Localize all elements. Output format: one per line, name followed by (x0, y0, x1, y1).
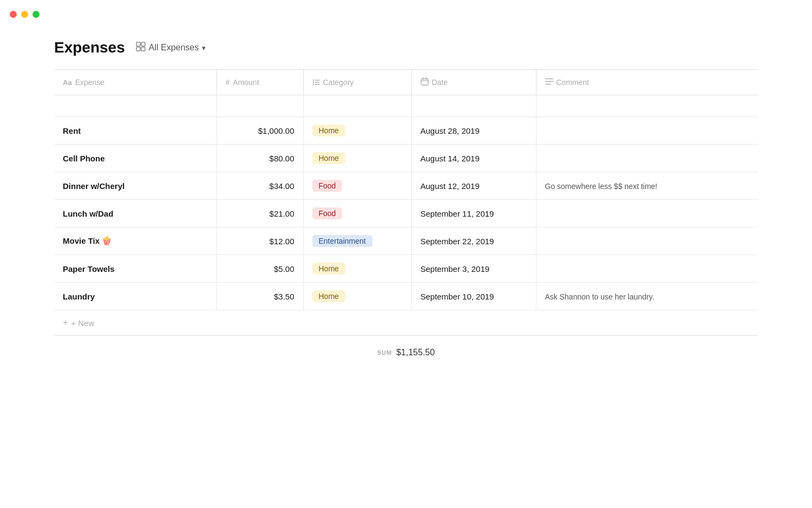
col-label-category: Category (323, 78, 354, 87)
col-label-date: Date (432, 78, 448, 87)
expense-name-1: Cell Phone (63, 154, 105, 163)
cell-comment-2[interactable]: Go somewhere less $$ next time! (536, 172, 758, 200)
table-row[interactable]: Laundry $3.50 Home September 10, 2019 As… (54, 283, 758, 310)
expense-name-6: Laundry (63, 292, 95, 301)
cell-category-3[interactable]: Food (303, 200, 411, 227)
col-header-comment[interactable]: Comment (536, 70, 758, 95)
cell-category-4[interactable]: Entertainment (303, 227, 411, 255)
cell-amount-4[interactable]: $12.00 (217, 227, 303, 255)
amount-value-1: $80.00 (226, 154, 294, 163)
table-row[interactable]: Movie Tix 🍿 $12.00 Entertainment Septemb… (54, 227, 758, 255)
col-label-expense: Expense (75, 78, 104, 87)
text-icon: Aa (63, 79, 72, 87)
cell-category-2[interactable]: Food (303, 172, 411, 200)
page-content: Expenses All Expenses ▾ Aa (0, 28, 812, 391)
cell-date-2[interactable]: August 12, 2019 (411, 172, 536, 200)
svg-point-8 (312, 83, 313, 84)
amount-value-0: $1,000.00 (226, 126, 294, 135)
cell-date-6[interactable]: September 10, 2019 (411, 283, 536, 310)
table-row[interactable]: Cell Phone $80.00 Home August 14, 2019 (54, 145, 758, 172)
cell-date-3[interactable]: September 11, 2019 (411, 200, 536, 227)
new-row-button[interactable]: + + New (63, 318, 749, 328)
hash-icon: # (226, 78, 230, 87)
cell-comment-0[interactable] (536, 117, 758, 145)
cell-expense-6[interactable]: Laundry (54, 283, 217, 310)
cell-date-1[interactable]: August 14, 2019 (411, 145, 536, 172)
list-icon-category (312, 78, 320, 87)
cell-expense-1[interactable]: Cell Phone (54, 145, 217, 172)
table-icon (136, 42, 146, 54)
col-label-amount: Amount (233, 78, 259, 87)
cell-amount-6[interactable]: $3.50 (217, 283, 303, 310)
category-badge-6[interactable]: Home (312, 290, 345, 302)
cell-category-1[interactable]: Home (303, 145, 411, 172)
cell-category-0[interactable]: Home (303, 117, 411, 145)
minimize-button[interactable] (21, 11, 28, 18)
cell-expense-5[interactable]: Paper Towels (54, 255, 217, 283)
svg-rect-10 (421, 79, 428, 86)
cell-amount-5[interactable]: $5.00 (217, 255, 303, 283)
cell-comment-3[interactable] (536, 200, 758, 227)
col-header-category[interactable]: Category (303, 70, 411, 95)
cell-category-6[interactable]: Home (303, 283, 411, 310)
comment-value-2: Go somewhere less $$ next time! (545, 182, 658, 191)
comment-value-6: Ask Shannon to use her laundry. (545, 292, 654, 301)
cell-comment-6[interactable]: Ask Shannon to use her laundry. (536, 283, 758, 310)
col-header-amount[interactable]: # Amount (217, 70, 303, 95)
amount-value-4: $12.00 (226, 237, 294, 246)
date-value-0: August 28, 2019 (421, 126, 480, 135)
amount-value-5: $5.00 (226, 264, 294, 273)
expenses-table: Aa Expense # Amount (54, 69, 758, 336)
cell-expense-4[interactable]: Movie Tix 🍿 (54, 227, 217, 255)
cell-date-5[interactable]: September 3, 2019 (411, 255, 536, 283)
sum-row: SUM $1,155.50 (54, 336, 758, 369)
cell-amount-1[interactable]: $80.00 (217, 145, 303, 172)
cell-comment-5[interactable] (536, 255, 758, 283)
cell-date-0[interactable]: August 28, 2019 (411, 117, 536, 145)
col-header-date[interactable]: Date (411, 70, 536, 95)
col-label-comment: Comment (556, 78, 590, 87)
table-row[interactable]: Paper Towels $5.00 Home September 3, 201… (54, 255, 758, 283)
date-value-5: September 3, 2019 (421, 264, 490, 273)
titlebar (0, 0, 812, 28)
table-row[interactable]: Rent $1,000.00 Home August 28, 2019 (54, 117, 758, 145)
cell-expense-0[interactable]: Rent (54, 117, 217, 145)
calendar-icon (421, 77, 429, 87)
cell-expense-2[interactable]: Dinner w/Cheryl (54, 172, 217, 200)
cell-amount-0[interactable]: $1,000.00 (217, 117, 303, 145)
cell-date-4[interactable]: September 22, 2019 (411, 227, 536, 255)
table-row[interactable]: Lunch w/Dad $21.00 Food September 11, 20… (54, 200, 758, 227)
svg-rect-3 (141, 47, 145, 51)
view-selector-button[interactable]: All Expenses ▾ (132, 40, 211, 56)
cell-amount-2[interactable]: $34.00 (217, 172, 303, 200)
table-row[interactable]: Dinner w/Cheryl $34.00 Food August 12, 2… (54, 172, 758, 200)
svg-rect-0 (136, 42, 140, 46)
empty-row (54, 95, 758, 117)
col-header-expense[interactable]: Aa Expense (54, 70, 217, 95)
cell-category-5[interactable]: Home (303, 255, 411, 283)
sum-label: SUM (377, 349, 392, 356)
expense-name-3: Lunch w/Dad (63, 209, 113, 218)
sum-value: $1,155.50 (396, 348, 435, 357)
maximize-button[interactable] (32, 11, 40, 18)
table-header-row: Aa Expense # Amount (54, 70, 758, 95)
category-badge-1[interactable]: Home (312, 152, 345, 164)
category-badge-0[interactable]: Home (312, 125, 345, 136)
amount-value-3: $21.00 (226, 209, 294, 218)
expense-name-5: Paper Towels (63, 264, 115, 273)
close-button[interactable] (10, 11, 17, 18)
page-title: Expenses (54, 39, 125, 56)
expense-name-2: Dinner w/Cheryl (63, 181, 125, 191)
category-badge-3[interactable]: Food (312, 207, 343, 219)
expense-name-4: Movie Tix 🍿 (63, 236, 112, 245)
cell-comment-1[interactable] (536, 145, 758, 172)
cell-expense-3[interactable]: Lunch w/Dad (54, 200, 217, 227)
category-badge-5[interactable]: Home (312, 263, 345, 275)
cell-comment-4[interactable] (536, 227, 758, 255)
category-badge-4[interactable]: Entertainment (312, 235, 372, 247)
new-row: + + New (54, 310, 758, 336)
cell-amount-3[interactable]: $21.00 (217, 200, 303, 227)
category-badge-2[interactable]: Food (312, 180, 343, 192)
page-header: Expenses All Expenses ▾ (54, 39, 758, 56)
lines-icon-comment (545, 78, 553, 87)
